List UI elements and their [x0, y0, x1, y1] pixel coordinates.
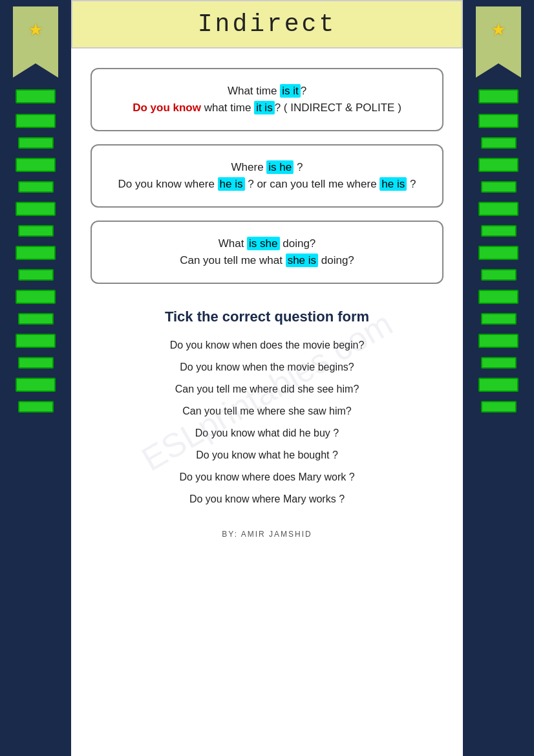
sidebar-left: ★: [0, 0, 71, 756]
right-green-rect-12: [478, 334, 518, 348]
right-star-icon: ★: [491, 14, 506, 43]
left-green-rect-13: [18, 357, 54, 369]
right-green-rect-5: [481, 181, 517, 193]
left-green-rect-11: [18, 313, 54, 325]
left-bookmark: ★: [13, 6, 58, 78]
example-box-1: What time is it? Do you know what time i…: [91, 68, 443, 131]
highlight-is-she: is she: [247, 237, 279, 250]
left-green-rect-8: [16, 246, 56, 260]
section-heading: Tick the correct question form: [158, 308, 376, 325]
left-green-rect-14: [16, 378, 56, 392]
sidebar-right: ★: [463, 0, 534, 756]
quiz-line-5: Do you know what did he buy ?: [71, 427, 463, 439]
right-green-rect-11: [481, 313, 517, 325]
right-green-rect-15: [481, 401, 517, 413]
left-green-rect-2: [16, 114, 56, 128]
highlight-it-is: it is: [254, 101, 275, 114]
highlight-is-it: is it: [280, 84, 301, 98]
right-green-rect-8: [478, 246, 518, 260]
quiz-line-7: Do you know where does Mary work ?: [71, 471, 463, 483]
left-green-rect-15: [18, 401, 54, 413]
example-box-2-line-1: Where is he ?: [107, 161, 426, 174]
main-content: Indirect ESLprintables.com What time is …: [71, 0, 463, 756]
example-box-1-line-1: What time is it?: [107, 85, 426, 98]
quiz-line-2: Do you know when the movie begins?: [71, 362, 463, 373]
left-green-rect-4: [16, 158, 56, 172]
left-green-rect-5: [18, 181, 54, 193]
quiz-line-4: Can you tell me where she saw him?: [71, 405, 463, 417]
right-green-rect-7: [481, 225, 517, 237]
right-green-rect-3: [481, 137, 517, 149]
right-green-rect-10: [478, 290, 518, 304]
quiz-line-3: Can you tell me where did she see him?: [71, 383, 463, 395]
right-green-rect-1: [478, 89, 518, 103]
right-bookmark: ★: [476, 6, 521, 78]
example-box-3: What is she doing? Can you tell me what …: [91, 221, 443, 284]
highlight-he-is-1: he is: [218, 177, 245, 191]
page-title: Indirect: [85, 10, 449, 38]
right-green-rect-6: [478, 202, 518, 216]
highlight-is-he: is he: [266, 160, 294, 174]
left-green-rect-3: [18, 137, 54, 149]
text-what-time: What time: [228, 85, 280, 97]
left-green-rect-10: [16, 290, 56, 304]
left-green-rect-12: [16, 334, 56, 348]
page-wrapper: ★ ★: [0, 0, 534, 756]
left-green-rect-7: [18, 225, 54, 237]
highlight-he-is-2: he is: [379, 177, 407, 191]
right-green-rect-9: [481, 269, 517, 281]
left-star-icon: ★: [28, 14, 43, 43]
example-box-3-line-1: What is she doing?: [107, 237, 426, 250]
right-green-rect-4: [478, 158, 518, 172]
example-box-2: Where is he ? Do you know where he is ? …: [91, 144, 443, 208]
title-bar: Indirect: [71, 0, 463, 49]
right-green-rect-14: [478, 378, 518, 392]
quiz-line-8: Do you know where Mary works ?: [71, 493, 463, 505]
text-do-you-know-red: Do you know: [133, 102, 201, 114]
footer-credit: BY: AMIR JAMSHID: [222, 530, 312, 539]
left-green-rect-9: [18, 269, 54, 281]
highlight-she-is: she is: [286, 254, 318, 267]
quiz-line-6: Do you know what he bought ?: [71, 449, 463, 461]
quiz-line-1: Do you know when does the movie begin?: [71, 340, 463, 351]
left-green-rect-1: [16, 89, 56, 103]
quiz-container: Do you know when does the movie begin? D…: [71, 334, 463, 510]
example-box-1-line-2: Do you know what time it is? ( INDIRECT …: [107, 102, 426, 114]
example-box-3-line-2: Can you tell me what she is doing?: [107, 254, 426, 267]
left-green-rect-6: [16, 202, 56, 216]
right-green-rect-13: [481, 357, 517, 369]
example-box-2-line-2: Do you know where he is ? or can you tel…: [107, 178, 426, 191]
right-green-rect-2: [478, 114, 518, 128]
